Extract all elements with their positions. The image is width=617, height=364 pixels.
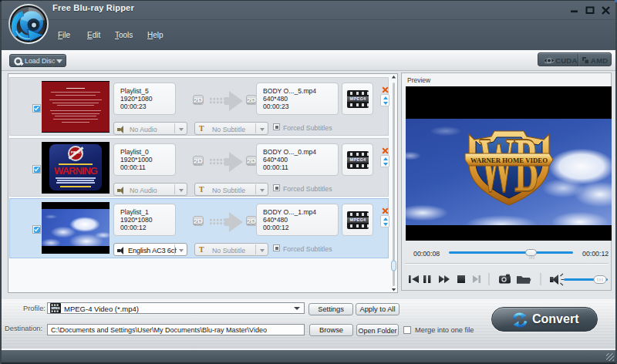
svg-text:WARNER HOME VIDEO: WARNER HOME VIDEO [470,157,548,164]
svg-text:MPEG: MPEG [52,307,60,310]
